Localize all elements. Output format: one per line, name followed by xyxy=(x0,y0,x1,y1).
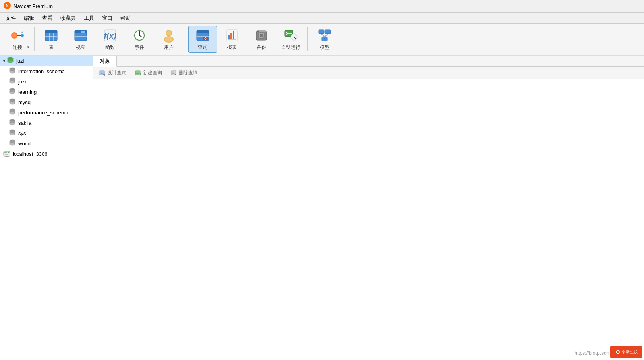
query-icon: Q xyxy=(195,28,210,43)
svg-point-85 xyxy=(8,152,10,153)
sidebar-item-performance-schema[interactable]: performance_schema xyxy=(0,107,93,118)
sys-db-icon xyxy=(9,129,16,137)
sidebar-item-juzi2[interactable]: juzi xyxy=(0,76,93,87)
table-icon xyxy=(44,28,58,43)
event-icon xyxy=(132,28,147,43)
content-tabs: 对象 xyxy=(93,56,644,67)
toolbar-report-button[interactable]: 报表 xyxy=(218,26,246,53)
sidebar-item-juzi[interactable]: ▾ juzi xyxy=(0,56,93,66)
connect-icon: + xyxy=(10,28,25,43)
function-icon: f(x) xyxy=(103,28,117,43)
sidebar-item-sakila[interactable]: sakila xyxy=(0,118,93,128)
svg-point-82 xyxy=(10,143,15,145)
design-query-icon xyxy=(99,70,106,76)
connect-dropdown-arrow: ▼ xyxy=(27,46,30,49)
svg-rect-53 xyxy=(322,37,327,41)
tab-object[interactable]: 对象 xyxy=(93,56,117,67)
svg-point-28 xyxy=(165,37,173,42)
main-area: ▾ juzi information_schema xyxy=(0,56,644,360)
toolbar-table-button[interactable]: 表 xyxy=(37,26,66,53)
svg-line-55 xyxy=(325,34,328,37)
toolbar-function-button[interactable]: f(x) 函数 xyxy=(96,26,124,53)
menu-tools[interactable]: 工具 xyxy=(80,13,98,23)
svg-text:+: + xyxy=(21,31,23,34)
menu-edit[interactable]: 编辑 xyxy=(20,13,38,23)
juzi2-db-icon xyxy=(9,77,16,86)
toolbar-event-button[interactable]: 事件 xyxy=(125,26,154,53)
svg-point-24 xyxy=(139,35,140,36)
sidebar-item-label-juzi2: juzi xyxy=(18,79,26,85)
sidebar-item-label-mysql: mysql xyxy=(18,99,32,105)
autorun-label: 自动运行 xyxy=(281,44,300,51)
backup-label: 备份 xyxy=(257,44,266,51)
toolbar-view-button[interactable]: 视图 xyxy=(66,26,95,53)
toolbar-backup-button[interactable]: 备份 xyxy=(247,26,276,53)
menu-file[interactable]: 文件 xyxy=(2,13,20,23)
menu-window[interactable]: 窗口 xyxy=(98,13,116,23)
delete-query-icon xyxy=(171,70,177,76)
app-icon: N xyxy=(3,2,11,11)
table-label: 表 xyxy=(49,44,54,51)
svg-rect-51 xyxy=(319,30,324,34)
svg-point-43 xyxy=(260,34,263,37)
new-query-icon xyxy=(135,70,141,76)
information-schema-db-icon xyxy=(9,67,16,75)
perf-db-icon xyxy=(9,108,16,117)
toolbar-model-button[interactable]: 模型 xyxy=(310,26,339,53)
autorun-icon xyxy=(284,28,298,43)
sidebar-item-label-localhost: localhost_3306 xyxy=(13,151,47,157)
sidebar-item-localhost[interactable]: localhost_3306 xyxy=(0,149,93,159)
report-label: 报表 xyxy=(227,44,237,51)
menu-view[interactable]: 查看 xyxy=(38,13,56,23)
model-label: 模型 xyxy=(320,44,329,51)
mysql-db-icon xyxy=(9,98,16,106)
event-label: 事件 xyxy=(135,44,144,51)
delete-query-button[interactable]: 删除查询 xyxy=(168,68,201,77)
toolbar-query-button[interactable]: Q 查询 xyxy=(188,26,217,53)
learning-db-icon xyxy=(9,88,16,96)
svg-rect-84 xyxy=(4,152,7,153)
toolbar-autorun-button[interactable]: 自动运行 xyxy=(277,26,305,53)
empty-content xyxy=(93,79,644,360)
svg-point-27 xyxy=(166,31,171,35)
query-label: 查询 xyxy=(198,44,207,51)
svg-text:Q: Q xyxy=(204,37,207,40)
brand-logo: 创新互联 xyxy=(610,346,642,358)
sidebar-item-world[interactable]: world xyxy=(0,138,93,149)
menu-help[interactable]: 帮助 xyxy=(116,13,135,23)
design-query-label: 设计查询 xyxy=(107,70,126,76)
title-bar: N Navicat Premium xyxy=(0,0,644,13)
sidebar-item-label-information-schema: information_schema xyxy=(18,68,65,74)
svg-point-103 xyxy=(617,351,619,353)
svg-rect-30 xyxy=(197,30,209,33)
juzi-db-icon xyxy=(7,57,14,65)
sakila-db-icon xyxy=(9,119,16,127)
sidebar-item-information-schema[interactable]: information_schema xyxy=(0,66,93,76)
svg-text:N: N xyxy=(6,4,8,8)
sidebar: ▾ juzi information_schema xyxy=(0,56,93,360)
watermark-text: https://blog.csdn.r xyxy=(574,350,612,356)
new-query-button[interactable]: 新建查询 xyxy=(132,68,165,77)
toolbar-user-button[interactable]: 用户 xyxy=(155,26,183,53)
svg-rect-37 xyxy=(228,35,230,39)
sidebar-item-label-juzi: juzi xyxy=(16,58,24,64)
sidebar-item-label-world: world xyxy=(18,141,31,147)
sidebar-item-mysql[interactable]: mysql xyxy=(0,97,93,107)
function-label: 函数 xyxy=(105,44,115,51)
sidebar-item-learning[interactable]: learning xyxy=(0,87,93,97)
sidebar-item-sys[interactable]: sys xyxy=(0,128,93,138)
expand-arrow-juzi: ▾ xyxy=(3,59,5,63)
menu-favorites[interactable]: 收藏夹 xyxy=(56,13,80,23)
design-query-button[interactable]: 设计查询 xyxy=(97,68,129,77)
sidebar-item-label-sakila: sakila xyxy=(18,120,31,126)
menu-bar: 文件 编辑 查看 收藏夹 工具 窗口 帮助 xyxy=(0,13,644,24)
new-query-label: 新建查询 xyxy=(143,70,162,76)
view-icon xyxy=(73,28,88,43)
sidebar-item-label-sys: sys xyxy=(18,130,26,136)
svg-rect-45 xyxy=(257,31,259,32)
svg-point-58 xyxy=(8,60,13,63)
sidebar-item-label-performance-schema: performance_schema xyxy=(18,110,68,116)
svg-point-70 xyxy=(10,102,15,104)
toolbar-connect-button[interactable]: + 连接 ▼ xyxy=(3,26,32,53)
svg-text:f(x): f(x) xyxy=(104,31,116,40)
